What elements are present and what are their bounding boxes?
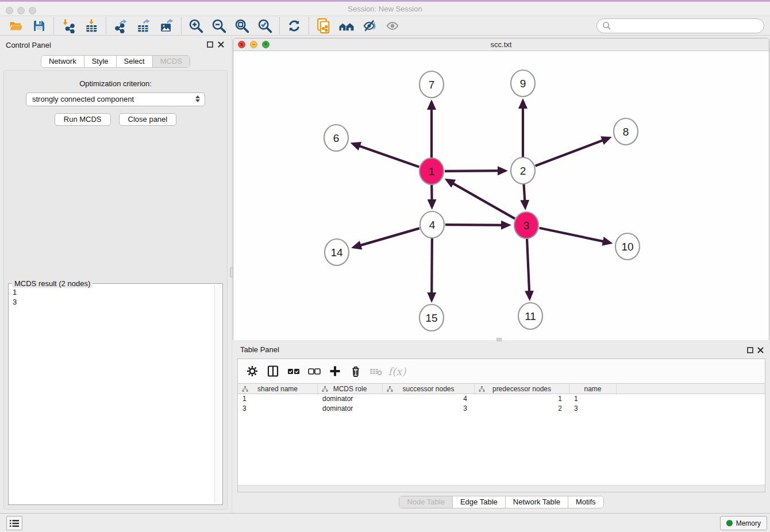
tab-style[interactable]: Style — [84, 56, 117, 67]
node-10[interactable]: 10 — [615, 233, 640, 260]
status-bar: Memory — [0, 513, 770, 532]
network-window-titlebar[interactable]: x – + scc.txt — [233, 38, 769, 51]
criterion-select[interactable]: strongly connected component — [26, 92, 205, 106]
node-1[interactable]: 1 — [419, 158, 444, 184]
export-network-icon[interactable] — [109, 17, 132, 35]
first-neighbors-icon[interactable] — [335, 17, 358, 35]
edge-4-14[interactable] — [354, 228, 419, 247]
table-row[interactable]: 3dominator323 — [238, 404, 765, 414]
column-header-name[interactable]: name — [569, 384, 617, 394]
edge-2-8[interactable] — [536, 138, 610, 166]
search-field[interactable] — [596, 18, 764, 33]
network-canvas[interactable]: 7968124314101511 — [233, 51, 769, 340]
node-11[interactable]: 11 — [518, 303, 542, 329]
node-8[interactable]: 8 — [614, 118, 638, 145]
memory-button[interactable]: Memory — [720, 516, 767, 530]
node-4[interactable]: 4 — [420, 211, 444, 238]
network-close-icon[interactable]: x — [238, 41, 245, 48]
edge-4-3[interactable] — [445, 225, 509, 225]
task-list-button[interactable] — [6, 516, 22, 530]
network-minimize-icon[interactable]: – — [250, 41, 257, 48]
frame-resize-handle[interactable] — [496, 338, 502, 341]
import-network-icon[interactable] — [57, 17, 80, 35]
table-hscrollbar[interactable] — [238, 485, 765, 492]
result-scrollbar[interactable] — [214, 284, 222, 504]
zoom-selected-icon[interactable] — [253, 17, 276, 35]
column-header-successor-nodes[interactable]: successor nodes — [383, 384, 475, 394]
close-table-panel-icon[interactable] — [756, 346, 764, 354]
columns-icon[interactable] — [264, 363, 282, 380]
export-image-icon[interactable] — [155, 17, 178, 35]
close-window-icon[interactable] — [6, 7, 13, 14]
tab-mcds[interactable]: MCDS — [153, 56, 190, 67]
node-2[interactable]: 2 — [511, 157, 535, 184]
column-header-shared-name[interactable]: shared name — [238, 384, 318, 394]
edge-3-11[interactable] — [527, 238, 530, 298]
float-panel-icon[interactable] — [206, 40, 214, 48]
column-header-MCDS-role[interactable]: MCDS role — [318, 384, 383, 394]
control-panel-title: Control Panel — [6, 41, 51, 49]
edge-4-15[interactable] — [432, 238, 432, 300]
node-9[interactable]: 9 — [511, 70, 535, 97]
node-14[interactable]: 14 — [325, 239, 349, 265]
table-panel-title: Table Panel — [240, 345, 279, 354]
edge-1-6[interactable] — [353, 144, 419, 167]
open-folder-icon[interactable] — [5, 17, 28, 35]
clone-network-icon[interactable] — [312, 17, 335, 35]
float-table-panel-icon[interactable] — [746, 346, 754, 354]
svg-text:14: 14 — [330, 246, 343, 259]
deselect-all-icon[interactable] — [306, 363, 323, 380]
add-icon[interactable] — [326, 363, 344, 380]
import-table-icon[interactable] — [80, 17, 103, 35]
table-cell: dominator — [318, 404, 383, 414]
node-7[interactable]: 7 — [419, 71, 444, 98]
node-3[interactable]: 3 — [514, 212, 538, 238]
table-cell: 3 — [569, 404, 617, 414]
svg-text:4: 4 — [429, 219, 436, 231]
table-cell: 1 — [238, 394, 318, 404]
mcds-result-text: 1 3 — [9, 286, 214, 504]
search-input[interactable] — [611, 22, 764, 30]
edge-2-3[interactable] — [523, 184, 525, 207]
maximize-window-icon[interactable] — [29, 7, 36, 14]
svg-text:15: 15 — [425, 312, 437, 324]
show-all-icon[interactable] — [381, 17, 404, 35]
refresh-icon[interactable] — [283, 17, 306, 35]
delete-icon[interactable] — [347, 363, 364, 380]
select-all-icon[interactable] — [285, 363, 302, 380]
gear-icon[interactable] — [244, 363, 261, 380]
zoom-in-icon[interactable] — [184, 17, 207, 35]
tab-network[interactable]: Network — [41, 56, 84, 67]
tab-node-table[interactable]: Node Table — [399, 496, 453, 508]
function-icon: f(x) — [388, 363, 406, 380]
edge-3-1[interactable] — [447, 180, 515, 218]
svg-text:11: 11 — [525, 310, 536, 322]
tab-motifs[interactable]: Motifs — [568, 496, 603, 508]
network-maximize-icon[interactable]: + — [262, 41, 270, 48]
tab-network-table[interactable]: Network Table — [506, 496, 568, 508]
edge-3-10[interactable] — [540, 228, 610, 243]
edge-1-2[interactable] — [445, 171, 505, 171]
zoom-out-icon[interactable] — [207, 17, 230, 35]
table-row[interactable]: 1dominator411 — [238, 394, 765, 404]
column-header-predecessor-nodes[interactable]: predecessor nodes — [475, 384, 569, 394]
tab-select[interactable]: Select — [117, 56, 153, 67]
tab-edge-table[interactable]: Edge Table — [453, 496, 506, 508]
table-header-row: shared nameMCDS rolesuccessor nodesprede… — [238, 383, 765, 394]
table-cell: 1 — [475, 394, 569, 404]
svg-text:6: 6 — [333, 132, 340, 144]
table-toolbar: f(x) — [238, 359, 765, 383]
node-6[interactable]: 6 — [324, 125, 348, 151]
hide-selected-icon[interactable] — [358, 17, 381, 35]
titlebar: Session: New Session — [0, 2, 770, 16]
zoom-fit-icon[interactable] — [230, 17, 253, 35]
window-controls[interactable] — [6, 7, 36, 14]
node-15[interactable]: 15 — [419, 304, 444, 331]
run-mcds-button[interactable]: Run MCDS — [55, 113, 111, 126]
save-icon[interactable] — [28, 17, 51, 35]
close-panel-icon[interactable] — [217, 40, 225, 48]
close-panel-button[interactable]: Close panel — [119, 113, 177, 126]
table-cell: 3 — [238, 404, 318, 414]
export-table-icon[interactable] — [132, 17, 155, 35]
minimize-window-icon[interactable] — [17, 7, 25, 14]
